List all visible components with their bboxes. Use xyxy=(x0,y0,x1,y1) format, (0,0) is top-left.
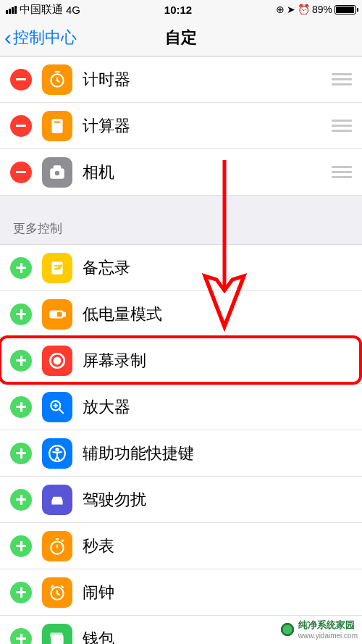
car-icon xyxy=(42,485,72,515)
alarm-icon: ⏰ xyxy=(298,4,310,15)
remove-button[interactable] xyxy=(10,69,32,91)
add-button[interactable] xyxy=(10,535,32,557)
back-button[interactable]: ‹ 控制中心 xyxy=(0,25,77,50)
svg-point-5 xyxy=(59,126,60,127)
more-row-stopwatch: 秒表 xyxy=(0,523,362,569)
more-list: 备忘录低电量模式屏幕录制放大器辅助功能快捷键驾驶勿扰秒表闹钟钱包 xyxy=(0,245,362,644)
status-bar: 中国联通 4G 10:12 ⊕ ➤ ⏰ 89% xyxy=(0,0,362,19)
battery-icon xyxy=(334,5,356,14)
network-label: 4G xyxy=(66,4,80,16)
row-label: 屏幕录制 xyxy=(83,350,352,372)
watermark: 纯净系统家园 www.yidaimei.com xyxy=(279,619,358,640)
battery-pct: 89% xyxy=(312,4,332,15)
svg-point-6 xyxy=(54,129,56,130)
svg-rect-15 xyxy=(51,312,56,315)
alarm-icon xyxy=(42,577,72,608)
watermark-logo-icon xyxy=(279,622,295,637)
svg-point-17 xyxy=(54,357,61,364)
more-row-alarm: 闹钟 xyxy=(0,569,362,616)
svg-rect-2 xyxy=(54,120,62,123)
svg-point-10 xyxy=(54,170,61,176)
more-controls-header: 更多控制 xyxy=(0,196,362,245)
nav-bar: ‹ 控制中心 自定 xyxy=(0,19,362,57)
watermark-url: www.yidaimei.com xyxy=(298,632,358,640)
back-label: 控制中心 xyxy=(13,27,77,49)
row-label: 相机 xyxy=(83,162,319,183)
timer-icon xyxy=(42,64,72,95)
svg-point-3 xyxy=(54,126,56,127)
add-button[interactable] xyxy=(10,489,32,511)
svg-rect-11 xyxy=(54,166,61,169)
included-list: 计时器计算器相机 xyxy=(0,57,362,196)
signal-icon xyxy=(6,6,17,14)
reorder-grip-icon[interactable] xyxy=(329,73,352,85)
svg-point-4 xyxy=(56,126,58,127)
chevron-left-icon: ‹ xyxy=(4,25,12,50)
add-button[interactable] xyxy=(10,582,32,603)
add-button[interactable] xyxy=(10,257,32,279)
add-button[interactable] xyxy=(10,443,32,464)
accessibility-icon xyxy=(42,438,72,469)
row-label: 辅助功能快捷键 xyxy=(83,443,352,464)
more-row-magnifier: 放大器 xyxy=(0,384,362,430)
status-left: 中国联通 4G xyxy=(6,3,80,17)
row-label: 驾驶勿扰 xyxy=(83,489,352,511)
svg-point-8 xyxy=(59,129,60,130)
more-row-notes: 备忘录 xyxy=(0,245,362,291)
svg-point-21 xyxy=(53,501,55,503)
more-row-record: 屏幕录制 xyxy=(0,338,362,384)
notes-icon xyxy=(42,253,72,283)
location-icon: ➤ xyxy=(287,4,295,15)
magnifier-icon xyxy=(42,392,72,422)
svg-rect-14 xyxy=(64,312,65,315)
included-row-camera: 相机 xyxy=(0,149,362,196)
remove-button[interactable] xyxy=(10,162,32,183)
more-row-accessibility: 辅助功能快捷键 xyxy=(0,430,362,477)
svg-point-20 xyxy=(56,448,58,450)
row-label: 低电量模式 xyxy=(83,304,352,325)
add-button[interactable] xyxy=(10,396,32,418)
stopwatch-icon xyxy=(42,531,72,561)
watermark-brand: 纯净系统家园 xyxy=(298,619,355,630)
svg-point-22 xyxy=(59,501,62,503)
record-icon xyxy=(42,346,72,376)
remove-button[interactable] xyxy=(10,115,32,137)
reorder-grip-icon[interactable] xyxy=(329,166,352,178)
svg-rect-26 xyxy=(51,633,62,636)
camera-icon xyxy=(42,157,72,188)
row-label: 闹钟 xyxy=(83,582,352,603)
row-label: 秒表 xyxy=(83,535,352,557)
row-label: 计算器 xyxy=(83,115,319,137)
wallet-icon xyxy=(42,624,72,645)
included-row-calculator: 计算器 xyxy=(0,103,362,149)
lock-icon: ⊕ xyxy=(276,4,285,15)
calculator-icon xyxy=(42,111,72,141)
svg-point-27 xyxy=(59,638,62,640)
svg-point-7 xyxy=(56,129,58,130)
more-row-car: 驾驶勿扰 xyxy=(0,477,362,523)
reorder-grip-icon[interactable] xyxy=(329,120,352,132)
add-button[interactable] xyxy=(10,628,32,645)
lowpower-icon xyxy=(42,299,72,330)
included-row-timer: 计时器 xyxy=(0,57,362,103)
row-label: 放大器 xyxy=(83,396,352,418)
add-button[interactable] xyxy=(10,304,32,325)
more-row-lowpower: 低电量模式 xyxy=(0,291,362,338)
row-label: 备忘录 xyxy=(83,257,352,279)
row-label: 计时器 xyxy=(83,69,319,91)
carrier-label: 中国联通 xyxy=(20,3,63,17)
status-time: 10:12 xyxy=(80,4,276,16)
status-right: ⊕ ➤ ⏰ 89% xyxy=(276,4,356,15)
add-button[interactable] xyxy=(10,350,32,372)
